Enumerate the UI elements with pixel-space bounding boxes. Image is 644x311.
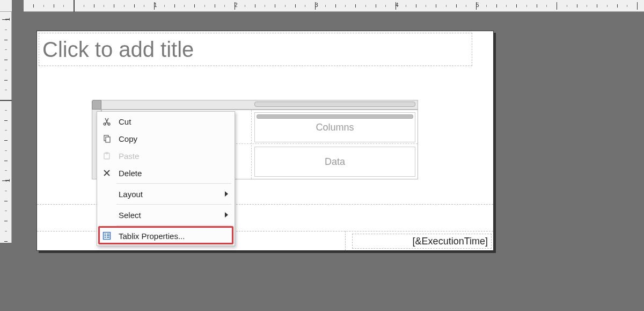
copy-icon: [101, 133, 112, 144]
ruler-horizontal-origin: [74, 0, 75, 12]
ruler-vertical-origin: [0, 100, 12, 101]
tablix-data-label: Data: [325, 156, 345, 168]
svg-rect-11: [107, 235, 109, 236]
menu-item-label: Delete: [119, 169, 142, 178]
svg-rect-5: [106, 153, 108, 154]
report-footer-textbox[interactable]: [&ExecutionTime]: [352, 234, 492, 249]
blank-icon: [101, 189, 112, 199]
submenu-arrow-icon: [225, 212, 228, 218]
svg-rect-12: [107, 237, 109, 238]
menu-item-label: Layout: [119, 190, 143, 199]
menu-item-cut[interactable]: Cut: [97, 113, 235, 130]
svg-point-1: [108, 123, 110, 125]
submenu-arrow-icon: [225, 191, 228, 197]
menu-item-label: Cut: [119, 117, 131, 126]
menu-separator: [116, 183, 231, 184]
svg-rect-10: [107, 234, 109, 235]
menu-item-tablix-properties[interactable]: Tablix Properties...: [97, 227, 235, 244]
menu-item-delete[interactable]: Delete: [97, 164, 235, 182]
menu-item-layout[interactable]: Layout: [97, 185, 235, 202]
menu-item-label: Copy: [119, 134, 137, 143]
menu-separator: [116, 204, 231, 205]
menu-item-label: Paste: [119, 151, 139, 161]
svg-rect-8: [105, 235, 106, 236]
ruler-horizontal[interactable]: 12345: [24, 0, 644, 12]
menu-item-select[interactable]: Select: [97, 206, 235, 223]
tablix-gridline: [251, 110, 252, 179]
ruler-gap: [12, 0, 24, 12]
report-title-textbox[interactable]: Click to add title: [39, 33, 472, 66]
tablix-columns-label: Columns: [316, 122, 354, 133]
cut-icon: [101, 116, 112, 127]
menu-item-paste: Paste: [97, 147, 235, 164]
tablix-column-grip[interactable]: [254, 102, 415, 107]
svg-rect-7: [105, 234, 106, 235]
delete-icon: [101, 168, 112, 178]
tablix-corner-handle[interactable]: [92, 100, 101, 110]
svg-rect-9: [105, 237, 106, 238]
tablix-column-handle[interactable]: [101, 100, 418, 110]
svg-point-0: [104, 123, 106, 125]
menu-item-label: Select: [119, 211, 141, 220]
context-menu: Cut Copy Paste Delete Layout Select Tabl…: [97, 111, 235, 246]
svg-rect-3: [106, 137, 110, 142]
section-separator: [345, 231, 346, 250]
report-footer-expression: [&ExecutionTime]: [413, 236, 488, 247]
paste-icon: [101, 150, 112, 161]
report-title-placeholder: Click to add title: [42, 38, 194, 62]
menu-item-label: Tablix Properties...: [119, 232, 185, 241]
tablix-data-cell[interactable]: Data: [254, 147, 415, 177]
menu-separator: [116, 225, 231, 226]
menu-item-copy[interactable]: Copy: [97, 130, 235, 147]
blank-icon: [101, 209, 112, 220]
ruler-vertical[interactable]: 11: [0, 12, 12, 243]
properties-icon: [101, 230, 112, 241]
tablix-columns-cell[interactable]: Columns: [254, 112, 415, 142]
